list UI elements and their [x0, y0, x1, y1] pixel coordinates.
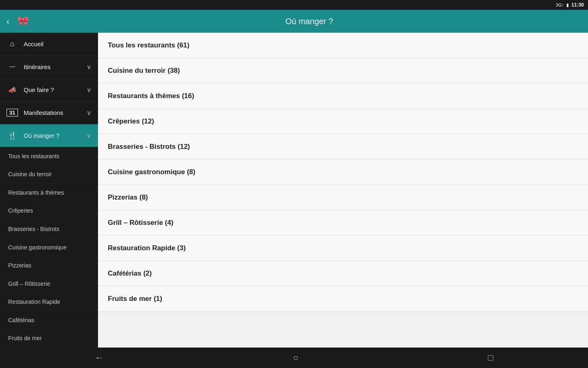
- app-container: ‹ 🎀 Où manger ? ⌂ Accueil 〰 Itinéraires …: [0, 10, 588, 348]
- list-item-text: Cuisine gastronomique (8): [108, 168, 195, 176]
- bottom-bar: ← ○ □: [0, 348, 588, 368]
- sidebar-label-itineraires: Itinéraires: [24, 63, 81, 70]
- sub-item-terroir[interactable]: Cuisine du terroir: [0, 166, 98, 184]
- list-item-text: Tous les restaurants (61): [108, 41, 189, 49]
- sub-item-tous[interactable]: Tous les restaurants: [0, 147, 98, 166]
- list-item[interactable]: Cuisine du terroir (38): [98, 58, 588, 83]
- sidebar-label-manifestations: Manifestations: [24, 109, 81, 116]
- status-bar: 3G↑ ▮ 11:30: [0, 0, 588, 10]
- list-item-text: Restauration Rapide (3): [108, 244, 186, 252]
- sidebar: ⌂ Accueil 〰 Itinéraires ∨ 📣 Que faire ? …: [0, 33, 98, 348]
- list-item[interactable]: Pizzerias (8): [98, 185, 588, 210]
- sub-item-cafeterias[interactable]: Cafétérias: [0, 311, 98, 330]
- signal-icon: 3G↑: [556, 2, 564, 7]
- sub-item-brasseries[interactable]: Brasseries - Bistrots: [0, 220, 98, 238]
- logo-icon: 🎀: [18, 16, 29, 27]
- sub-item-pizzerias[interactable]: Pizzerias: [0, 256, 98, 275]
- sidebar-item-quefaire[interactable]: 📣 Que faire ? ∨: [0, 79, 98, 101]
- logo: 🎀: [14, 12, 32, 30]
- list-item-text: Grill – Rôtisserie (4): [108, 219, 174, 227]
- route-icon: 〰: [7, 64, 18, 70]
- page-title: Où manger ?: [37, 17, 581, 26]
- chevron-down-icon: ∨: [87, 132, 91, 139]
- chevron-icon: ∨: [87, 63, 91, 71]
- list-item[interactable]: Fruits de mer (1): [98, 286, 588, 312]
- list-item-text: Pizzerias (8): [108, 193, 148, 202]
- sidebar-item-accueil[interactable]: ⌂ Accueil: [0, 33, 98, 56]
- back-button[interactable]: ←: [87, 349, 112, 366]
- sidebar-label-quefaire: Que faire ?: [24, 86, 81, 93]
- home-icon: ⌂: [7, 40, 18, 48]
- recent-button[interactable]: □: [480, 349, 501, 366]
- fork-knife-icon: 🍴: [7, 131, 18, 140]
- list-item-text: Crêperies (12): [108, 117, 154, 126]
- list-item-text: Cuisine du terroir (38): [108, 67, 180, 75]
- sidebar-label-accueil: Accueil: [24, 40, 91, 47]
- battery-icon: ▮: [566, 2, 569, 8]
- chevron-icon: ∨: [87, 109, 91, 117]
- megaphone-icon: 📣: [7, 86, 18, 94]
- sidebar-label-oumanger: Où manger ?: [24, 132, 81, 139]
- sub-item-creperies[interactable]: Crêperies: [0, 202, 98, 220]
- top-bar: ‹ 🎀 Où manger ?: [0, 10, 588, 33]
- sub-item-themes[interactable]: Restaurants à thèmes: [0, 184, 98, 202]
- list-item-text: Fruits de mer (1): [108, 295, 162, 303]
- list-item[interactable]: Grill – Rôtisserie (4): [98, 210, 588, 236]
- list-item-text: Brasseries - Bistrots (12): [108, 143, 190, 151]
- back-button[interactable]: ‹: [7, 17, 9, 26]
- clock: 11:30: [571, 2, 584, 8]
- content-area: ⌂ Accueil 〰 Itinéraires ∨ 📣 Que faire ? …: [0, 33, 588, 348]
- calendar-icon: 31: [7, 109, 18, 117]
- list-item[interactable]: Tous les restaurants (61): [98, 33, 588, 58]
- list-item[interactable]: Restaurants à thèmes (16): [98, 83, 588, 109]
- sidebar-item-itineraires[interactable]: 〰 Itinéraires ∨: [0, 56, 98, 79]
- sub-item-rapide[interactable]: Restauration Rapide: [0, 293, 98, 311]
- sidebar-item-oumanger[interactable]: 🍴 Où manger ? ∨: [0, 124, 98, 147]
- list-item[interactable]: Cafétérias (2): [98, 261, 588, 286]
- list-item[interactable]: Restauration Rapide (3): [98, 236, 588, 261]
- list-item-text: Cafétérias (2): [108, 269, 152, 278]
- list-item[interactable]: Cuisine gastronomique (8): [98, 159, 588, 185]
- chevron-icon: ∨: [87, 86, 91, 94]
- sub-item-grill[interactable]: Grill – Rôtisserie: [0, 275, 98, 293]
- sub-item-gastro[interactable]: Cuisine gastronomique: [0, 238, 98, 257]
- list-item[interactable]: Brasseries - Bistrots (12): [98, 134, 588, 159]
- sidebar-item-manifestations[interactable]: 31 Manifestations ∨: [0, 101, 98, 124]
- list-item-text: Restaurants à thèmes (16): [108, 92, 194, 100]
- sub-item-fruits-de-mer[interactable]: Fruits de mer: [0, 329, 98, 348]
- main-content: Tous les restaurants (61) Cuisine du ter…: [98, 33, 588, 348]
- list-item[interactable]: Crêperies (12): [98, 109, 588, 134]
- home-button[interactable]: ○: [285, 349, 307, 366]
